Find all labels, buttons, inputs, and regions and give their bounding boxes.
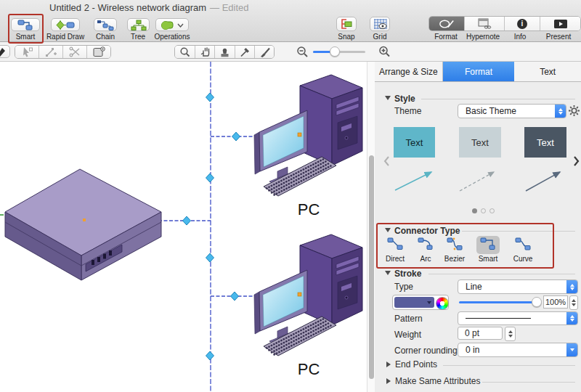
zoom-tool[interactable] bbox=[175, 46, 195, 58]
rapid-draw-button[interactable] bbox=[51, 18, 80, 31]
stamp-icon bbox=[219, 46, 230, 57]
drawing-toolbar bbox=[0, 42, 581, 62]
hypernote-icon bbox=[477, 18, 492, 29]
end-points-header[interactable]: End Points bbox=[395, 359, 437, 369]
operations-button[interactable] bbox=[155, 18, 189, 31]
color-wheel-button[interactable] bbox=[436, 297, 449, 310]
scrollbar-thumb[interactable] bbox=[369, 155, 374, 379]
pager-dot-active[interactable] bbox=[472, 208, 477, 213]
connector-type-section-header: Connector Type bbox=[394, 226, 460, 236]
theme-swatch-3[interactable]: Text bbox=[524, 127, 566, 158]
pager-dot[interactable] bbox=[481, 208, 486, 213]
style-disclosure-icon[interactable] bbox=[385, 96, 391, 100]
canvas-vertical-scrollbar[interactable] bbox=[367, 62, 375, 392]
opacity-slider-thumb[interactable] bbox=[532, 297, 542, 307]
dropdown-stepper-icon bbox=[555, 105, 566, 118]
swatch-pager-dots[interactable] bbox=[472, 208, 495, 213]
brush-tool[interactable] bbox=[255, 46, 274, 58]
dropdown-stepper-icon bbox=[566, 312, 577, 324]
corner-rounding-label: Corner rounding bbox=[394, 346, 458, 356]
zoom-out-button[interactable] bbox=[296, 46, 310, 57]
tree-icon bbox=[131, 20, 147, 30]
drawing-canvas[interactable]: PC PC bbox=[0, 62, 367, 392]
bezier-connector-icon bbox=[447, 237, 463, 250]
network-diagram bbox=[0, 62, 367, 392]
operations-button-label: Operations bbox=[150, 33, 194, 41]
info-icon: i bbox=[517, 19, 527, 29]
app-window: Untitled 2 - Wireless network diagram— E… bbox=[0, 0, 581, 392]
tab-format[interactable]: Format bbox=[443, 62, 515, 81]
pattern-solid-line-glyph bbox=[466, 318, 531, 319]
make-same-attributes-header[interactable]: Make Same Attributes bbox=[395, 376, 480, 386]
theme-connector-previews[interactable] bbox=[385, 165, 574, 195]
chain-connector-icon bbox=[97, 20, 114, 30]
weight-label: Weight bbox=[394, 330, 421, 340]
opacity-value-field[interactable]: 100% bbox=[543, 295, 568, 309]
smart-connector-icon bbox=[17, 20, 33, 30]
weight-stepper[interactable] bbox=[505, 327, 516, 341]
theme-dropdown-value: Basic Theme bbox=[466, 106, 516, 116]
node-select-tool[interactable] bbox=[15, 46, 39, 58]
titlebar: Untitled 2 - Wireless network diagram— E… bbox=[0, 0, 581, 42]
tab-text[interactable]: Text bbox=[514, 62, 581, 81]
stroke-divider bbox=[428, 274, 575, 274]
chain-button-label: Chain bbox=[91, 33, 120, 41]
connector-lines[interactable] bbox=[158, 62, 259, 392]
pattern-dropdown[interactable] bbox=[458, 311, 578, 325]
hypernote-mode-label: Hypernote bbox=[461, 33, 505, 41]
end-points-disclosure-icon[interactable] bbox=[386, 362, 391, 367]
snap-button[interactable] bbox=[336, 17, 357, 31]
theme-gear-button[interactable] bbox=[568, 105, 580, 117]
pager-dot[interactable] bbox=[489, 208, 495, 213]
connection-point-handles[interactable] bbox=[183, 93, 240, 360]
opacity-slider-track[interactable] bbox=[459, 301, 540, 303]
make-same-attributes-disclosure-icon[interactable] bbox=[386, 378, 391, 384]
stroke-disclosure-icon[interactable] bbox=[385, 271, 391, 275]
chain-button[interactable] bbox=[94, 18, 117, 31]
tab-arrange-size[interactable]: Arrange & Size bbox=[375, 62, 443, 81]
scissors-icon bbox=[69, 46, 81, 57]
smart-button[interactable] bbox=[11, 18, 40, 31]
rapid-draw-icon bbox=[55, 20, 76, 30]
connector-option-direct[interactable]: Direct bbox=[379, 236, 411, 263]
curve-label: Curve bbox=[507, 255, 539, 263]
edited-badge: — Edited bbox=[210, 2, 248, 13]
connector-option-smart[interactable]: Smart bbox=[472, 236, 504, 263]
add-point-tool[interactable] bbox=[39, 46, 63, 58]
stroke-color-swatch[interactable] bbox=[394, 297, 434, 308]
node-select-icon bbox=[21, 46, 33, 57]
eyedropper-tool[interactable] bbox=[235, 46, 255, 58]
stroke-type-dropdown[interactable]: Line bbox=[458, 279, 578, 294]
corner-rounding-dropdown[interactable]: 0 in bbox=[458, 343, 578, 357]
router-shape[interactable] bbox=[5, 169, 161, 280]
zoom-in-button[interactable] bbox=[378, 45, 392, 57]
connector-option-curve[interactable]: Curve bbox=[507, 236, 539, 263]
opacity-stepper[interactable] bbox=[569, 295, 578, 310]
cut-tool[interactable] bbox=[63, 46, 87, 58]
tree-button[interactable] bbox=[127, 18, 150, 31]
theme-dropdown[interactable]: Basic Theme bbox=[458, 104, 566, 118]
present-icon bbox=[553, 19, 568, 29]
pc2-shape[interactable] bbox=[254, 234, 362, 356]
zoom-slider-thumb[interactable] bbox=[330, 46, 340, 57]
hypernote-mode-button[interactable] bbox=[465, 17, 505, 30]
theme-swatch-2[interactable]: Text bbox=[459, 127, 501, 158]
theme-swatch-1[interactable]: Text bbox=[394, 127, 435, 158]
stamp-tool[interactable] bbox=[215, 46, 235, 58]
weight-field[interactable]: 0 pt bbox=[458, 327, 503, 340]
shape-parameters-tool[interactable] bbox=[87, 46, 110, 58]
connector-type-disclosure-icon[interactable] bbox=[385, 228, 391, 232]
theme-swatch-1-label: Text bbox=[406, 137, 423, 148]
stroke-section-header: Stroke bbox=[394, 269, 421, 279]
connector-option-arc[interactable]: Arc bbox=[410, 236, 442, 263]
pen-tool-button[interactable] bbox=[0, 45, 10, 58]
present-mode-button[interactable] bbox=[540, 17, 580, 30]
pc1-shape[interactable] bbox=[254, 75, 362, 196]
tab-format-label: Format bbox=[465, 67, 492, 77]
connector-option-bezier[interactable]: Bezier bbox=[439, 236, 471, 263]
format-mode-button[interactable] bbox=[429, 17, 465, 30]
pen-icon bbox=[0, 46, 8, 57]
grid-button[interactable] bbox=[370, 17, 390, 31]
pan-tool[interactable] bbox=[195, 46, 215, 58]
info-mode-button[interactable]: i bbox=[505, 17, 540, 30]
